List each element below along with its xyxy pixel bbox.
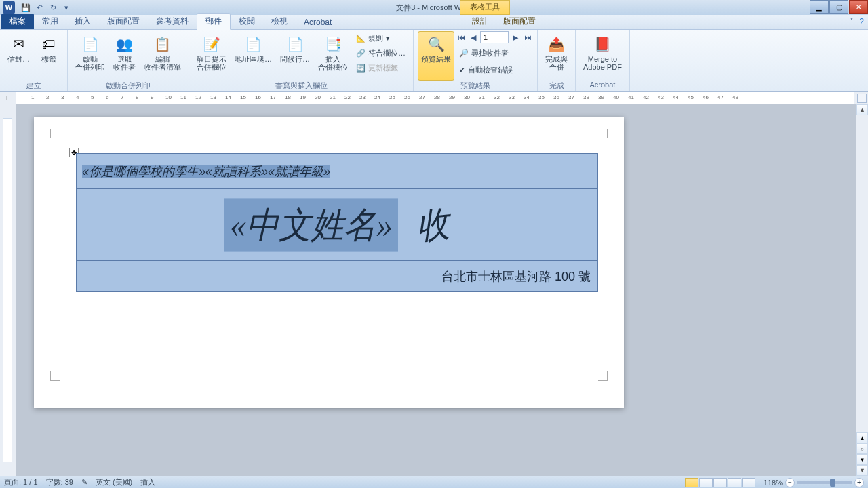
qat-dropdown[interactable]: ▾ bbox=[61, 2, 72, 13]
help-icon[interactable]: ? bbox=[859, 17, 864, 26]
document-table[interactable]: «你是哪個學校的學生»«就讀科系»«就讀年級» «中文姓名»收 台北市士林區基河… bbox=[76, 153, 598, 292]
vertical-scrollbar[interactable]: ▲ ▲ ○ ▼ ▼ bbox=[856, 104, 868, 476]
zoom-controls: 118% − + bbox=[764, 478, 864, 487]
document-area: ✥ «你是哪個學校的學生»«就讀科系»«就讀年級» «中文姓名»收 台北市士林區… bbox=[0, 104, 868, 476]
edit-recipients-icon: 📋 bbox=[152, 33, 174, 55]
web-view[interactable] bbox=[713, 478, 727, 487]
merge-icon: 📄 bbox=[79, 33, 101, 55]
insert-mode[interactable]: 插入 bbox=[140, 477, 155, 487]
spell-check-icon[interactable]: ✎ bbox=[81, 478, 87, 487]
address-text: 台北市士林區基河路 100 號 bbox=[441, 270, 591, 283]
zoom-level[interactable]: 118% bbox=[764, 479, 783, 487]
highlight-icon: 📝 bbox=[201, 33, 222, 55]
table-tools-tab: 表格工具 bbox=[460, 0, 510, 15]
insert-field-button[interactable]: 📑插入 合併欄位 bbox=[315, 31, 351, 81]
ruler-horizontal[interactable]: 1234567891011121314151617181920212223242… bbox=[16, 92, 854, 104]
table-cell[interactable]: «中文姓名»收 bbox=[77, 189, 598, 261]
merge-pdf-button[interactable]: 📕Merge to Adobe PDF bbox=[580, 31, 625, 81]
envelopes-button[interactable]: ✉信封… bbox=[4, 31, 33, 81]
highlight-fields-button[interactable]: 📝醒目提示 合併欄位 bbox=[193, 31, 230, 81]
tab-review[interactable]: 校閱 bbox=[231, 14, 263, 29]
ruler-corner: L bbox=[0, 92, 16, 104]
match-fields-button[interactable]: 🔗符合欄位… bbox=[353, 46, 409, 60]
statusbar: 頁面: 1 / 1 字數: 39 ✎ 英文 (美國) 插入 118% − + bbox=[0, 476, 868, 488]
prev-page-button[interactable]: ▲ bbox=[856, 432, 868, 443]
margin-mark bbox=[598, 129, 608, 138]
draft-view[interactable] bbox=[742, 478, 755, 487]
view-buttons bbox=[685, 478, 755, 487]
auto-check-button[interactable]: ✔自動檢查錯誤 bbox=[456, 63, 533, 77]
last-record-button[interactable]: ⏭ bbox=[522, 31, 533, 43]
ruler-toggle[interactable] bbox=[857, 94, 867, 103]
update-icon: 🔄 bbox=[356, 64, 366, 73]
record-input[interactable] bbox=[480, 31, 509, 43]
redo-button[interactable]: ↻ bbox=[47, 2, 58, 13]
minimize-button[interactable]: ▁ bbox=[810, 0, 829, 14]
match-icon: 🔗 bbox=[356, 49, 366, 58]
address-block-button[interactable]: 📄地址區塊… bbox=[231, 31, 275, 81]
tab-table-design[interactable]: 設計 bbox=[464, 14, 496, 29]
tab-view[interactable]: 檢視 bbox=[263, 14, 296, 29]
recipients-icon: 👥 bbox=[114, 33, 136, 55]
browse-object-button[interactable]: ○ bbox=[856, 443, 868, 454]
record-nav: ⏮ ◀ ▶ ⏭ bbox=[456, 31, 533, 43]
start-merge-button[interactable]: 📄啟動 合併列印 bbox=[72, 31, 108, 81]
next-record-button[interactable]: ▶ bbox=[510, 31, 521, 43]
group-label: Acrobat bbox=[580, 81, 625, 92]
finish-merge-button[interactable]: 📤完成與 合併 bbox=[542, 31, 571, 81]
ruler-vertical[interactable] bbox=[0, 104, 16, 476]
page-nav: ▲ ○ ▼ bbox=[856, 432, 868, 465]
table-cell[interactable]: 台北市士林區基河路 100 號 bbox=[77, 261, 598, 292]
language-status[interactable]: 英文 (美國) bbox=[96, 477, 132, 487]
group-create: ✉信封… 🏷標籤 建立 bbox=[0, 30, 68, 92]
scroll-down-button[interactable]: ▼ bbox=[856, 465, 868, 476]
finish-icon: 📤 bbox=[546, 33, 568, 55]
prev-record-button[interactable]: ◀ bbox=[468, 31, 479, 43]
print-layout-view[interactable] bbox=[685, 478, 698, 487]
tab-mailings[interactable]: 郵件 bbox=[197, 13, 231, 30]
insert-field-icon: 📑 bbox=[322, 33, 344, 55]
text-shou: 收 bbox=[415, 199, 451, 250]
scroll-up-button[interactable]: ▲ bbox=[856, 104, 868, 115]
scroll-track[interactable] bbox=[856, 115, 868, 428]
group-write-insert: 📝醒目提示 合併欄位 📄地址區塊… 📄問候行… 📑插入 合併欄位 📐規則 ▾ 🔗… bbox=[189, 30, 414, 92]
quick-access-toolbar: 💾 ↶ ↻ ▾ bbox=[20, 2, 72, 13]
minimize-ribbon-icon[interactable]: ˅ bbox=[850, 17, 854, 26]
tab-page-layout[interactable]: 版面配置 bbox=[99, 14, 148, 29]
margin-mark bbox=[50, 371, 60, 381]
tab-file[interactable]: 檔案 bbox=[1, 14, 34, 29]
update-labels-button[interactable]: 🔄更新標籤 bbox=[353, 61, 409, 75]
next-page-button[interactable]: ▼ bbox=[856, 454, 868, 465]
find-recipient-button[interactable]: 🔎尋找收件者 bbox=[456, 46, 533, 60]
edit-recipients-button[interactable]: 📋編輯 收件者清單 bbox=[140, 31, 184, 81]
zoom-out-button[interactable]: − bbox=[785, 478, 795, 487]
titlebar: W 💾 ↶ ↻ ▾ 文件3 - Microsoft Word 表格工具 ▁ ▢ … bbox=[0, 0, 868, 15]
tab-table-layout[interactable]: 版面配置 bbox=[495, 14, 544, 29]
fullscreen-view[interactable] bbox=[699, 478, 713, 487]
tab-references[interactable]: 參考資料 bbox=[148, 14, 197, 29]
page-status[interactable]: 頁面: 1 / 1 bbox=[4, 477, 38, 487]
labels-button[interactable]: 🏷標籤 bbox=[35, 31, 63, 81]
preview-results-button[interactable]: 🔍預覽結果 bbox=[418, 31, 454, 81]
zoom-in-button[interactable]: + bbox=[854, 478, 864, 487]
rules-button[interactable]: 📐規則 ▾ bbox=[353, 31, 409, 45]
select-recipients-button[interactable]: 👥選取 收件者 bbox=[110, 31, 139, 81]
word-count[interactable]: 字數: 39 bbox=[46, 477, 73, 487]
zoom-slider[interactable] bbox=[797, 481, 852, 484]
maximize-button[interactable]: ▢ bbox=[829, 0, 848, 14]
label-icon: 🏷 bbox=[38, 33, 60, 55]
greeting-line-button[interactable]: 📄問候行… bbox=[277, 31, 313, 81]
tab-insert[interactable]: 插入 bbox=[66, 14, 99, 29]
preview-icon: 🔍 bbox=[425, 33, 447, 55]
tab-home[interactable]: 常用 bbox=[34, 14, 66, 29]
close-button[interactable]: ✕ bbox=[849, 0, 868, 14]
first-record-button[interactable]: ⏮ bbox=[456, 31, 467, 43]
table-cell[interactable]: «你是哪個學校的學生»«就讀科系»«就讀年級» bbox=[77, 154, 598, 189]
undo-button[interactable]: ↶ bbox=[34, 2, 45, 13]
canvas[interactable]: ✥ «你是哪個學校的學生»«就讀科系»«就讀年級» «中文姓名»收 台北市士林區… bbox=[16, 104, 856, 476]
save-button[interactable]: 💾 bbox=[20, 2, 31, 13]
tab-acrobat[interactable]: Acrobat bbox=[296, 16, 340, 29]
zoom-thumb[interactable] bbox=[830, 479, 835, 487]
outline-view[interactable] bbox=[728, 478, 741, 487]
greeting-icon: 📄 bbox=[284, 33, 306, 55]
